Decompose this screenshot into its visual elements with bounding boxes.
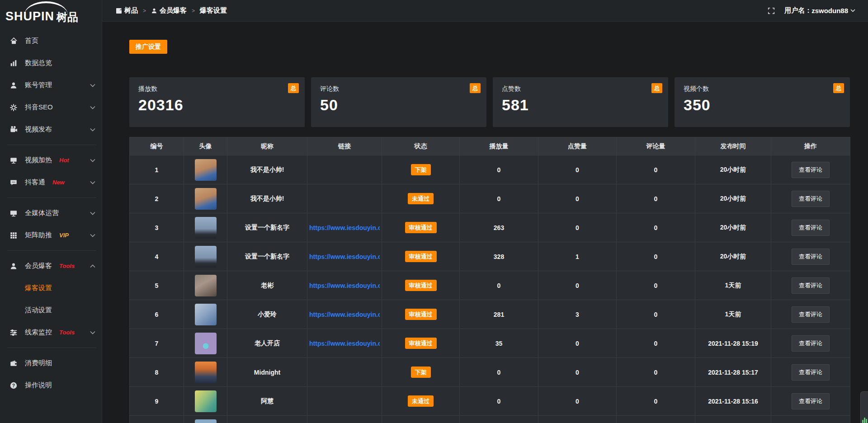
menu-divider [7,348,96,348]
app-logo[interactable]: SHUPIN 树品 [0,0,102,25]
sidebar-item-matrix-boost[interactable]: 矩阵助推VIP [0,224,102,246]
cell-nickname: 我不是小帅! [227,155,307,184]
view-comments-button[interactable]: 查看评论 [792,277,830,294]
stat-label: 播放数 [138,85,296,93]
sidebar-item-operation-guide[interactable]: ?操作说明 [0,374,102,396]
stat-label: 评论数 [320,85,477,93]
view-comments-button[interactable]: 查看评论 [792,306,830,323]
cell-link [307,416,382,423]
sidebar-subitem-baoke-settings[interactable]: 爆客设置 [0,277,102,299]
table-row: 7老人开店https://www.iesdouyin.c审核通过35002021… [130,329,850,358]
cell-avatar [184,329,227,358]
cell-time: 1天前 [695,300,771,329]
cell-nickname: 设置一个新名字 [227,213,307,242]
monitor-icon [9,209,18,218]
chat-icon [9,178,18,187]
cell-nickname [227,416,307,423]
sidebar-item-label: 线索监控 [25,328,52,337]
sidebar-item-douketong[interactable]: 抖客通New [0,171,102,193]
table-row: 1我不是小帅!下架00020小时前查看评论 [130,155,850,184]
breadcrumb-item-baoke-settings[interactable]: 爆客设置 [200,6,227,15]
chevron-down-icon [90,331,95,334]
sidebar-item-home[interactable]: 首页 [0,30,102,52]
view-comments-button[interactable]: 查看评论 [792,249,830,265]
cell-action: 查看评论 [771,358,850,387]
stat-value: 20316 [138,96,296,114]
cell-id: 9 [130,387,184,416]
total-badge: 总 [651,83,662,93]
status-badge: 未通过 [408,395,434,407]
sidebar-item-tag: Tools [59,329,75,336]
cell-link [307,387,382,416]
cell-nickname: 老彬 [227,271,307,300]
view-comments-button[interactable]: 查看评论 [792,220,830,236]
view-comments-button[interactable]: 查看评论 [792,393,830,409]
chart-icon [9,59,18,68]
cell-comments: 0 [617,329,695,358]
video-link[interactable]: https://www.iesdouyin.c [309,311,380,318]
fullscreen-icon[interactable] [767,7,775,15]
topbar: 树品>会员爆客>爆客设置 用户名：zswodun88 [102,0,868,22]
main-area: 树品>会员爆客>爆客设置 用户名：zswodun88 推广设置 播放数20316… [102,0,868,423]
view-comments-button[interactable]: 查看评论 [792,364,830,381]
table-row [130,416,850,423]
sidebar-item-account-manage[interactable]: 账号管理 [0,74,102,96]
breadcrumb-item-shupin[interactable]: 树品 [116,6,138,15]
column-header: 头像 [184,137,227,155]
cell-likes: 0 [538,184,617,213]
chevron-down-icon [90,84,95,87]
status-badge: 审核通过 [405,280,437,291]
sidebar-subitem-activity-settings[interactable]: 活动设置 [0,299,102,321]
cell-action: 查看评论 [771,387,850,416]
avatar [195,246,217,268]
chevron-down-icon [90,181,95,184]
cell-status: 未通过 [382,184,460,213]
sidebar-item-clue-monitor[interactable]: 线索监控Tools [0,321,102,343]
sidebar-item-data-overview[interactable]: 数据总览 [0,52,102,74]
cell-link [307,184,382,213]
help-icon: ? [9,381,18,390]
sidebar-item-member-baoke[interactable]: 会员爆客Tools [0,255,102,277]
cell-comments: 0 [617,184,695,213]
status-badge: 审核通过 [405,309,437,320]
sidebar-item-video-publish[interactable]: 视频发布 [0,118,102,141]
status-badge: 审核通过 [405,338,437,349]
stat-value: 581 [502,96,659,114]
cell-likes: 0 [538,358,617,387]
sidebar-item-video-heat[interactable]: 视频加热Hot [0,149,102,171]
view-comments-button[interactable]: 查看评论 [792,335,830,352]
cell-comments: 0 [617,271,695,300]
cell-action: 查看评论 [771,242,850,271]
video-link[interactable]: https://www.iesdouyin.c [309,224,380,231]
cell-likes: 0 [538,387,617,416]
breadcrumb-item-member-baoke[interactable]: 会员爆客 [151,6,187,15]
cell-time: 20小时前 [695,155,771,184]
cell-time: 2021-11-28 15:16 [695,387,771,416]
sidebar-item-consume-detail[interactable]: 消费明细 [0,352,102,374]
floating-helper-widget[interactable] [860,391,868,423]
sidebar-item-label: 抖音SEO [25,103,53,112]
video-link[interactable]: https://www.iesdouyin.c [309,340,380,347]
user-menu[interactable]: 用户名：zswodun88 [784,6,855,15]
video-link[interactable]: https://www.iesdouyin.c [309,253,380,260]
status-badge: 未通过 [408,193,434,204]
cell-comments: 0 [617,213,695,242]
table-row: 2我不是小帅!未通过00020小时前查看评论 [130,184,850,213]
view-comments-button[interactable]: 查看评论 [792,191,830,207]
breadcrumb: 树品>会员爆客>爆客设置 [116,6,227,15]
chevron-down-icon [90,106,95,109]
video-link[interactable]: https://www.iesdouyin.c [309,282,380,289]
view-comments-button[interactable]: 查看评论 [792,162,830,178]
stat-card: 点赞数581总 [493,77,668,127]
cell-id: 2 [130,184,184,213]
sidebar-item-douyin-seo[interactable]: 抖音SEO [0,96,102,118]
status-badge: 下架 [411,367,431,378]
sidebar-item-media-operation[interactable]: 全媒体运营 [0,202,102,224]
cell-id: 4 [130,242,184,271]
username: zswodun88 [811,7,848,14]
promotion-settings-button[interactable]: 推广设置 [129,40,167,54]
avatar [195,362,217,383]
avatar [195,390,217,412]
cell-avatar [184,358,227,387]
cell-time: 20小时前 [695,184,771,213]
